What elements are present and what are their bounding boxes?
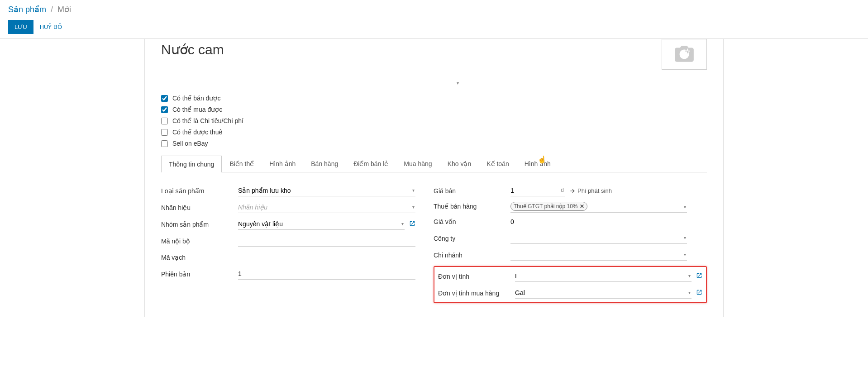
sell-ebay-label[interactable]: Sell on eBay (172, 140, 208, 147)
tab-images2[interactable]: Hình ảnh (517, 155, 558, 172)
company-select[interactable] (510, 233, 687, 244)
tab-inventory[interactable]: Kho vận (440, 155, 479, 172)
tab-sales[interactable]: Bán hàng (303, 155, 346, 172)
cost-label: Giá vốn (434, 218, 510, 225)
product-name-input[interactable] (161, 39, 460, 60)
is-expense-checkbox[interactable] (161, 118, 168, 124)
barcode-label: Mã vạch (161, 254, 238, 261)
tab-purchase[interactable]: Mua hàng (396, 155, 439, 172)
left-column: Loại sản phẩm ▾ Nhãn hiệu ▾ Nhóm sản phẩ… (161, 185, 415, 303)
category-label: Nhóm sản phẩm (161, 221, 238, 228)
camera-plus-icon (671, 43, 698, 66)
form-sheet: Có thể bán được Có thể mua được Có thể l… (144, 39, 724, 317)
category-select[interactable] (238, 219, 405, 230)
branch-select[interactable] (510, 249, 687, 261)
brand-select[interactable] (238, 202, 415, 213)
uom-po-select[interactable] (515, 287, 692, 299)
uom-select[interactable] (515, 271, 692, 282)
currency-symbol: đ (561, 187, 564, 193)
sell-ebay-checkbox[interactable] (161, 140, 168, 147)
can-buy-label[interactable]: Có thể mua được (172, 106, 222, 113)
breadcrumb: Sản phẩm / Mới (8, 5, 860, 14)
price-input[interactable] (510, 185, 565, 196)
action-bar: LƯU HUỶ BỎ (8, 20, 860, 38)
uom-po-label: Đơn vị tính mua hàng (438, 290, 515, 297)
can-sell-label[interactable]: Có thể bán được (172, 95, 220, 102)
product-type-label: Loại sản phẩm (161, 187, 238, 195)
tab-images[interactable]: Hình ảnh (262, 155, 303, 172)
version-label: Phiên bản (161, 271, 238, 278)
breadcrumb-root[interactable]: Sản phẩm (8, 5, 46, 14)
tab-pos[interactable]: Điểm bán lẻ (346, 155, 396, 172)
can-sell-checkbox[interactable] (161, 95, 168, 102)
uom-highlight: Đơn vị tính ▾ Đơn vị tính mua hàng ▾ (434, 266, 707, 303)
tax-label: Thuế bán hàng (434, 203, 510, 210)
tab-general[interactable]: Thông tin chung (161, 156, 222, 172)
image-upload[interactable] (662, 39, 707, 70)
secondary-dropdown[interactable] (161, 79, 460, 85)
can-buy-checkbox[interactable] (161, 106, 168, 113)
product-type-select[interactable] (238, 185, 415, 196)
tab-accounting[interactable]: Kế toán (479, 155, 516, 172)
breadcrumb-current: Mới (57, 5, 71, 14)
can-rent-label[interactable]: Có thể được thuê (172, 129, 222, 136)
external-link-icon[interactable] (409, 220, 415, 228)
tab-variants[interactable]: Biến thể (222, 155, 262, 172)
discard-button[interactable]: HUỶ BỎ (38, 20, 64, 34)
barcode-input[interactable] (238, 252, 415, 263)
is-expense-label[interactable]: Có thể là Chi tiêu/Chi phí (172, 117, 243, 124)
external-link-icon[interactable] (696, 289, 702, 297)
uom-label: Đơn vị tính (438, 273, 515, 280)
header: Sản phẩm / Mới LƯU HUỶ BỎ (0, 0, 868, 39)
internal-ref-input[interactable] (238, 235, 415, 247)
branch-label: Chi nhánh (434, 252, 510, 259)
checkbox-group: Có thể bán được Có thể mua được Có thể l… (161, 95, 707, 147)
version-input[interactable] (238, 268, 415, 280)
tax-select[interactable] (510, 201, 687, 213)
internal-ref-label: Mã nội bộ (161, 238, 238, 245)
can-rent-checkbox[interactable] (161, 129, 168, 136)
external-link-icon[interactable] (696, 272, 702, 280)
extra-fee-link[interactable]: Phí phát sinh (569, 187, 612, 194)
breadcrumb-sep: / (51, 5, 53, 14)
price-label: Giá bán (434, 187, 510, 195)
brand-label: Nhãn hiệu (161, 204, 238, 211)
save-button[interactable]: LƯU (8, 20, 33, 34)
company-label: Công ty (434, 235, 510, 242)
tab-bar: Thông tin chung Biến thể Hình ảnh Bán hà… (161, 155, 707, 172)
right-column: Giá bán đ Phí phát sinh Thuế bán hàng Th… (434, 185, 707, 303)
cost-input[interactable] (510, 216, 687, 227)
